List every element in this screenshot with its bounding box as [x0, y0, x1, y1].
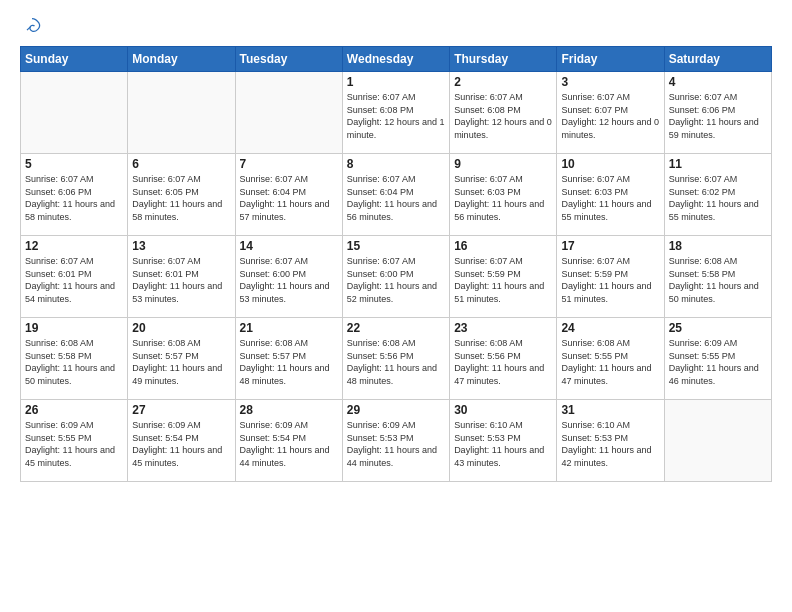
- calendar-day-cell: [664, 400, 771, 482]
- day-number: 7: [240, 157, 338, 171]
- page-container: SundayMondayTuesdayWednesdayThursdayFrid…: [0, 0, 792, 612]
- day-info: Sunrise: 6:08 AM Sunset: 5:56 PM Dayligh…: [347, 337, 445, 387]
- calendar-week-row: 19Sunrise: 6:08 AM Sunset: 5:58 PM Dayli…: [21, 318, 772, 400]
- day-number: 18: [669, 239, 767, 253]
- calendar-day-cell: 4Sunrise: 6:07 AM Sunset: 6:06 PM Daylig…: [664, 72, 771, 154]
- calendar-day-cell: 25Sunrise: 6:09 AM Sunset: 5:55 PM Dayli…: [664, 318, 771, 400]
- day-of-week-header: Monday: [128, 47, 235, 72]
- day-info: Sunrise: 6:07 AM Sunset: 6:06 PM Dayligh…: [25, 173, 123, 223]
- day-number: 30: [454, 403, 552, 417]
- day-info: Sunrise: 6:08 AM Sunset: 5:55 PM Dayligh…: [561, 337, 659, 387]
- day-info: Sunrise: 6:07 AM Sunset: 6:04 PM Dayligh…: [347, 173, 445, 223]
- day-number: 24: [561, 321, 659, 335]
- calendar-day-cell: [235, 72, 342, 154]
- day-info: Sunrise: 6:07 AM Sunset: 5:59 PM Dayligh…: [561, 255, 659, 305]
- day-number: 17: [561, 239, 659, 253]
- day-number: 19: [25, 321, 123, 335]
- day-info: Sunrise: 6:07 AM Sunset: 6:08 PM Dayligh…: [347, 91, 445, 141]
- calendar-day-cell: [21, 72, 128, 154]
- calendar-day-cell: 8Sunrise: 6:07 AM Sunset: 6:04 PM Daylig…: [342, 154, 449, 236]
- calendar-day-cell: 24Sunrise: 6:08 AM Sunset: 5:55 PM Dayli…: [557, 318, 664, 400]
- day-number: 15: [347, 239, 445, 253]
- calendar-day-cell: 14Sunrise: 6:07 AM Sunset: 6:00 PM Dayli…: [235, 236, 342, 318]
- calendar-day-cell: 12Sunrise: 6:07 AM Sunset: 6:01 PM Dayli…: [21, 236, 128, 318]
- day-number: 2: [454, 75, 552, 89]
- day-info: Sunrise: 6:08 AM Sunset: 5:57 PM Dayligh…: [132, 337, 230, 387]
- day-of-week-header: Tuesday: [235, 47, 342, 72]
- calendar-day-cell: 23Sunrise: 6:08 AM Sunset: 5:56 PM Dayli…: [450, 318, 557, 400]
- day-number: 29: [347, 403, 445, 417]
- day-number: 5: [25, 157, 123, 171]
- day-info: Sunrise: 6:08 AM Sunset: 5:56 PM Dayligh…: [454, 337, 552, 387]
- day-number: 22: [347, 321, 445, 335]
- day-info: Sunrise: 6:08 AM Sunset: 5:57 PM Dayligh…: [240, 337, 338, 387]
- logo: [20, 16, 42, 36]
- calendar-day-cell: 5Sunrise: 6:07 AM Sunset: 6:06 PM Daylig…: [21, 154, 128, 236]
- day-info: Sunrise: 6:07 AM Sunset: 6:03 PM Dayligh…: [561, 173, 659, 223]
- day-info: Sunrise: 6:07 AM Sunset: 6:04 PM Dayligh…: [240, 173, 338, 223]
- day-number: 4: [669, 75, 767, 89]
- day-number: 6: [132, 157, 230, 171]
- calendar-day-cell: 31Sunrise: 6:10 AM Sunset: 5:53 PM Dayli…: [557, 400, 664, 482]
- day-info: Sunrise: 6:07 AM Sunset: 6:03 PM Dayligh…: [454, 173, 552, 223]
- day-of-week-header: Thursday: [450, 47, 557, 72]
- calendar-day-cell: 19Sunrise: 6:08 AM Sunset: 5:58 PM Dayli…: [21, 318, 128, 400]
- day-info: Sunrise: 6:08 AM Sunset: 5:58 PM Dayligh…: [25, 337, 123, 387]
- day-number: 11: [669, 157, 767, 171]
- calendar-day-cell: 7Sunrise: 6:07 AM Sunset: 6:04 PM Daylig…: [235, 154, 342, 236]
- day-number: 12: [25, 239, 123, 253]
- day-of-week-header: Friday: [557, 47, 664, 72]
- day-info: Sunrise: 6:09 AM Sunset: 5:53 PM Dayligh…: [347, 419, 445, 469]
- header: [20, 16, 772, 36]
- day-info: Sunrise: 6:07 AM Sunset: 6:08 PM Dayligh…: [454, 91, 552, 141]
- calendar-day-cell: 2Sunrise: 6:07 AM Sunset: 6:08 PM Daylig…: [450, 72, 557, 154]
- day-number: 31: [561, 403, 659, 417]
- calendar-week-row: 1Sunrise: 6:07 AM Sunset: 6:08 PM Daylig…: [21, 72, 772, 154]
- day-info: Sunrise: 6:07 AM Sunset: 6:01 PM Dayligh…: [132, 255, 230, 305]
- day-number: 26: [25, 403, 123, 417]
- calendar-day-cell: 10Sunrise: 6:07 AM Sunset: 6:03 PM Dayli…: [557, 154, 664, 236]
- calendar-day-cell: 27Sunrise: 6:09 AM Sunset: 5:54 PM Dayli…: [128, 400, 235, 482]
- calendar-week-row: 5Sunrise: 6:07 AM Sunset: 6:06 PM Daylig…: [21, 154, 772, 236]
- day-info: Sunrise: 6:09 AM Sunset: 5:55 PM Dayligh…: [669, 337, 767, 387]
- day-number: 8: [347, 157, 445, 171]
- day-info: Sunrise: 6:10 AM Sunset: 5:53 PM Dayligh…: [454, 419, 552, 469]
- day-number: 16: [454, 239, 552, 253]
- calendar-day-cell: 17Sunrise: 6:07 AM Sunset: 5:59 PM Dayli…: [557, 236, 664, 318]
- calendar-header-row: SundayMondayTuesdayWednesdayThursdayFrid…: [21, 47, 772, 72]
- calendar-day-cell: 20Sunrise: 6:08 AM Sunset: 5:57 PM Dayli…: [128, 318, 235, 400]
- day-info: Sunrise: 6:09 AM Sunset: 5:54 PM Dayligh…: [240, 419, 338, 469]
- day-info: Sunrise: 6:10 AM Sunset: 5:53 PM Dayligh…: [561, 419, 659, 469]
- calendar-week-row: 26Sunrise: 6:09 AM Sunset: 5:55 PM Dayli…: [21, 400, 772, 482]
- calendar-table: SundayMondayTuesdayWednesdayThursdayFrid…: [20, 46, 772, 482]
- day-info: Sunrise: 6:07 AM Sunset: 6:06 PM Dayligh…: [669, 91, 767, 141]
- day-number: 10: [561, 157, 659, 171]
- day-number: 20: [132, 321, 230, 335]
- day-of-week-header: Wednesday: [342, 47, 449, 72]
- day-number: 3: [561, 75, 659, 89]
- day-number: 23: [454, 321, 552, 335]
- day-of-week-header: Saturday: [664, 47, 771, 72]
- calendar-day-cell: 9Sunrise: 6:07 AM Sunset: 6:03 PM Daylig…: [450, 154, 557, 236]
- day-number: 21: [240, 321, 338, 335]
- logo-bird-icon: [22, 16, 42, 36]
- calendar-day-cell: 6Sunrise: 6:07 AM Sunset: 6:05 PM Daylig…: [128, 154, 235, 236]
- day-number: 25: [669, 321, 767, 335]
- day-info: Sunrise: 6:07 AM Sunset: 6:02 PM Dayligh…: [669, 173, 767, 223]
- calendar-day-cell: 30Sunrise: 6:10 AM Sunset: 5:53 PM Dayli…: [450, 400, 557, 482]
- day-info: Sunrise: 6:07 AM Sunset: 6:07 PM Dayligh…: [561, 91, 659, 141]
- day-info: Sunrise: 6:08 AM Sunset: 5:58 PM Dayligh…: [669, 255, 767, 305]
- calendar-day-cell: 28Sunrise: 6:09 AM Sunset: 5:54 PM Dayli…: [235, 400, 342, 482]
- day-number: 9: [454, 157, 552, 171]
- calendar-day-cell: 1Sunrise: 6:07 AM Sunset: 6:08 PM Daylig…: [342, 72, 449, 154]
- calendar-day-cell: 13Sunrise: 6:07 AM Sunset: 6:01 PM Dayli…: [128, 236, 235, 318]
- day-info: Sunrise: 6:07 AM Sunset: 5:59 PM Dayligh…: [454, 255, 552, 305]
- calendar-day-cell: 29Sunrise: 6:09 AM Sunset: 5:53 PM Dayli…: [342, 400, 449, 482]
- day-number: 14: [240, 239, 338, 253]
- day-info: Sunrise: 6:07 AM Sunset: 6:00 PM Dayligh…: [240, 255, 338, 305]
- day-number: 13: [132, 239, 230, 253]
- day-number: 28: [240, 403, 338, 417]
- day-number: 1: [347, 75, 445, 89]
- day-info: Sunrise: 6:07 AM Sunset: 6:01 PM Dayligh…: [25, 255, 123, 305]
- calendar-day-cell: 26Sunrise: 6:09 AM Sunset: 5:55 PM Dayli…: [21, 400, 128, 482]
